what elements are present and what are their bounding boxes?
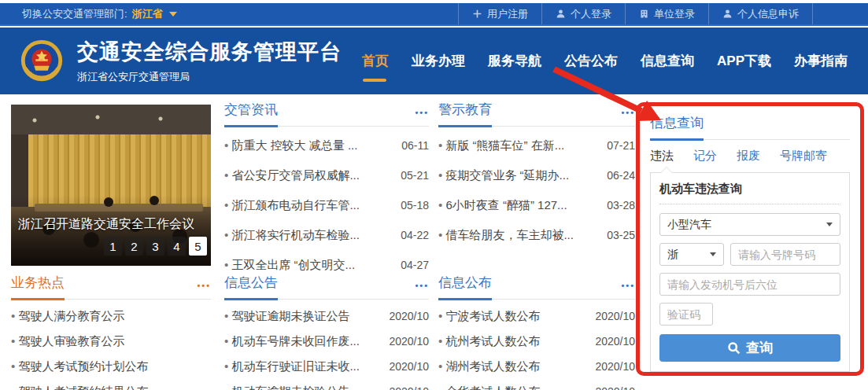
query-tab[interactable]: 记分 (693, 149, 717, 164)
news-list: 驾驶人满分教育公示驾驶人审验教育公示驾驶人考试预约计划公布驾驶人考试预约结果公布 (11, 304, 211, 390)
section-traffic-news: 交管资讯 ••• 防重大 控较大 减总量 ...06-11省公安厅交管局权威解.… (224, 101, 429, 280)
pager-dot[interactable]: 5 (189, 237, 207, 256)
news-item[interactable]: 防重大 控较大 减总量 ...06-11 (224, 131, 429, 160)
news-title[interactable]: 驾驶证逾期未换证公告 (224, 309, 349, 324)
news-date: 05-18 (401, 199, 429, 212)
news-title[interactable]: 驾驶人考试预约结果公布 (11, 384, 148, 390)
news-item[interactable]: 湖州考试人数公布2020/10 (438, 354, 635, 379)
query-tab[interactable]: 号牌邮寄 (780, 149, 827, 164)
news-title[interactable]: 防重大 控较大 减总量 ... (224, 138, 357, 153)
captcha-input[interactable] (659, 303, 713, 326)
news-item[interactable]: 省公安厅交管局权威解...05-21 (224, 160, 429, 190)
police-badge-logo[interactable] (17, 37, 66, 86)
unit-login-link[interactable]: 单位登录 (625, 3, 708, 24)
news-item[interactable]: 机动车行驶证旧证未收...2020/10 (224, 354, 429, 379)
news-date: 2020/10 (389, 360, 429, 373)
appeal-link[interactable]: 个人信息申诉 (708, 3, 813, 24)
carousel-caption[interactable]: 浙江召开道路交通安全工作会议 (18, 216, 194, 233)
news-title[interactable]: 杭州考试人数公布 (438, 334, 540, 349)
news-title[interactable]: 疫期交管业务 “延期办... (438, 168, 569, 183)
department-switcher[interactable]: 切换公安交通管理部门: 浙江省 (0, 7, 177, 21)
news-item[interactable]: 杭州考试人数公布2020/10 (438, 329, 635, 354)
news-item[interactable]: 6小时夜查 “醉猫” 127...03-28 (438, 190, 635, 220)
news-item[interactable]: 驾驶人审验教育公示 (11, 329, 211, 354)
region-value[interactable]: 浙江省 (132, 7, 163, 21)
pager-dot[interactable]: 2 (125, 237, 143, 256)
news-date: 2020/10 (389, 310, 429, 322)
plate-prefix-select[interactable]: 浙 (659, 243, 724, 266)
pager-dot[interactable]: 1 (104, 237, 122, 256)
nav-item[interactable]: 公告公布 (564, 52, 618, 70)
news-title[interactable]: 驾驶人审验教育公示 (11, 334, 124, 349)
news-item[interactable]: 驾驶证逾期未换证公告2020/10 (224, 304, 429, 329)
query-tab[interactable]: 违法 (650, 149, 674, 164)
news-title[interactable]: 浙江将实行机动车检验... (224, 228, 360, 243)
news-title[interactable]: 机动车逾期未检验公告 (224, 384, 349, 390)
news-item[interactable]: 金华考试人数公布2020/10 (438, 379, 635, 390)
nav-item[interactable]: 办事指南 (794, 52, 848, 70)
news-title[interactable]: 王双全出席 “创文明交... (224, 258, 355, 273)
news-date: 04-22 (401, 229, 429, 241)
register-link[interactable]: 用户注册 (458, 3, 541, 24)
dotted-divider (659, 204, 840, 204)
pager-dot[interactable]: 3 (146, 237, 164, 256)
news-item[interactable]: 驾驶人考试预约计划公布 (11, 354, 211, 379)
nav-item[interactable]: APP下载 (717, 52, 771, 70)
personal-login-label: 个人登录 (571, 7, 611, 21)
nav-item[interactable]: 业务办理 (412, 52, 465, 70)
query-tab[interactable]: 报废 (737, 149, 760, 164)
news-carousel[interactable]: 浙江召开道路交通安全工作会议 12345 (11, 105, 211, 266)
news-item[interactable]: 浙江颁布电动自行车管...05-18 (224, 190, 429, 220)
nav-item[interactable]: 信息查询 (641, 52, 694, 70)
more-link[interactable]: ••• (197, 281, 211, 292)
news-item[interactable]: 借车给朋友，车主却被...03-25 (438, 220, 635, 250)
news-title[interactable]: 驾驶人考试预约计划公布 (11, 359, 148, 374)
more-link[interactable]: ••• (415, 108, 429, 119)
nav-item[interactable]: 首页 (362, 52, 389, 70)
form-title: 机动车违法查询 (659, 182, 840, 197)
site-title: 交通安全综合服务管理平台 (77, 38, 342, 66)
news-item[interactable]: 机动车逾期未检验公告2020/10 (224, 379, 429, 390)
news-item[interactable]: 新版 “熊猫车位” 在新...07-21 (438, 131, 635, 160)
news-title[interactable]: 金华考试人数公布 (438, 384, 540, 390)
query-tabs: 违法记分报废号牌邮寄 (650, 149, 850, 164)
query-button-label: 查询 (746, 339, 773, 357)
chevron-down-icon (826, 223, 833, 226)
news-item[interactable]: 机动车号牌未收回作废...2020/10 (224, 329, 429, 354)
carousel-pager: 12345 (104, 237, 207, 256)
news-title[interactable]: 浙江颁布电动自行车管... (224, 198, 360, 213)
more-link[interactable]: ••• (621, 281, 635, 292)
news-item[interactable]: 浙江将实行机动车检验...04-22 (224, 220, 429, 250)
more-link[interactable]: ••• (415, 281, 429, 292)
plate-number-input[interactable] (730, 243, 840, 266)
news-item[interactable]: 驾驶人考试预约结果公布 (11, 379, 211, 390)
news-title[interactable]: 机动车行驶证旧证未收... (224, 359, 360, 374)
news-item[interactable]: 疫期交管业务 “延期办...06-24 (438, 160, 635, 190)
panel-title: 信息查询 (650, 114, 704, 132)
vehicle-type-select[interactable]: 小型汽车 (659, 213, 840, 236)
query-button[interactable]: 查询 (659, 334, 840, 362)
news-title[interactable]: 驾驶人满分教育公示 (11, 309, 124, 324)
news-date: 2020/10 (595, 360, 635, 373)
news-title[interactable]: 宁波考试人数公布 (438, 309, 540, 324)
news-title[interactable]: 湖州考试人数公布 (438, 359, 540, 374)
section-title: 信息公告 (224, 274, 278, 292)
news-date: 2020/10 (595, 335, 635, 348)
news-date: 06-11 (401, 139, 429, 152)
news-item[interactable]: 驾驶人满分教育公示 (11, 304, 211, 329)
news-item[interactable]: 宁波考试人数公布2020/10 (438, 304, 635, 329)
personal-login-link[interactable]: 个人登录 (541, 3, 625, 24)
news-title[interactable]: 借车给朋友，车主却被... (438, 228, 574, 243)
section-title: 交管资讯 (224, 101, 278, 119)
pager-dot[interactable]: 4 (168, 237, 186, 256)
site-header: 交通安全综合服务管理平台 浙江省公安厅交通管理局 首页业务办理服务导航公告公布信… (0, 28, 868, 94)
news-title[interactable]: 省公安厅交管局权威解... (224, 168, 360, 183)
news-title[interactable]: 6小时夜查 “醉猫” 127... (438, 198, 567, 213)
news-title[interactable]: 新版 “熊猫车位” 在新... (438, 138, 564, 153)
engine-number-input[interactable] (659, 273, 840, 296)
news-title[interactable]: 机动车号牌未收回作废... (224, 334, 360, 349)
more-link[interactable]: ••• (621, 108, 635, 119)
org-icon (639, 9, 649, 19)
nav-item[interactable]: 服务导航 (488, 52, 541, 70)
vehicle-type-value: 小型汽车 (667, 218, 711, 232)
